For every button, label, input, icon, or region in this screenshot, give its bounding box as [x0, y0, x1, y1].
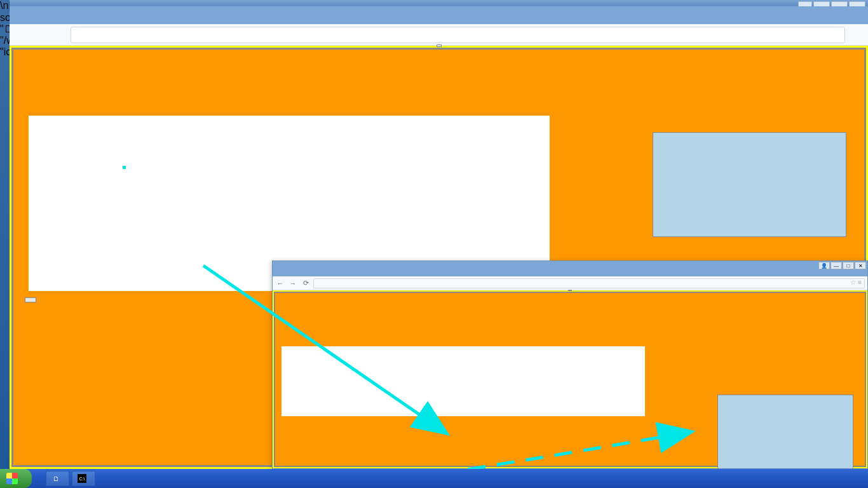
overlay-close-button[interactable]: ✕ [855, 262, 866, 269]
overlay-preview-frame [717, 395, 853, 469]
desktop-icon [1, 305, 10, 330]
overlay-page-inner [274, 292, 866, 467]
snapshot-bar [437, 44, 442, 47]
tab-bar [10, 6, 868, 24]
preview-frame [653, 132, 846, 237]
document-icon: 🗋 [51, 474, 60, 483]
taskbar: 🗋 C:\ [0, 469, 868, 488]
reload-button[interactable] [51, 27, 67, 43]
try-button[interactable] [25, 297, 36, 302]
back-button[interactable] [13, 27, 29, 43]
overlay-nav-bar: ← → ⟳ ☆ ≡ [273, 276, 867, 290]
cmd-icon: C:\ [78, 474, 86, 483]
cyan-dot [123, 166, 126, 169]
overlay-window-controls: 👤 — □ ✕ [818, 262, 866, 269]
windows-logo-icon [6, 473, 18, 484]
snapshot-select[interactable] [437, 44, 442, 47]
address-bar[interactable] [71, 27, 845, 43]
overlay-user-icon[interactable]: 👤 [818, 262, 830, 269]
taskbar-item[interactable]: C:\ [72, 471, 95, 486]
overlay-chrome-window: 👤 — □ ✕ ← → ⟳ ☆ ≡ [272, 261, 868, 469]
overlay-minimize-button[interactable]: — [831, 262, 842, 269]
overlay-reload-button[interactable]: ⟳ [301, 278, 311, 288]
overlay-snapshot-select[interactable] [568, 290, 572, 291]
taskbar-item[interactable]: 🗋 [46, 471, 69, 486]
titlebar [10, 0, 868, 6]
start-button[interactable] [0, 469, 32, 488]
forward-button[interactable] [32, 27, 48, 43]
overlay-page-body [273, 290, 867, 468]
overlay-address-bar[interactable]: ☆ ≡ [313, 278, 865, 288]
overlay-snapshot-bar [568, 290, 572, 291]
overlay-forward-button[interactable]: → [288, 278, 298, 288]
overlay-html-code-editor[interactable] [281, 346, 645, 416]
nav-bar [10, 24, 868, 46]
overlay-back-button[interactable]: ← [275, 278, 285, 288]
chrome-menu-icon[interactable] [849, 27, 864, 43]
overlay-tab-bar [273, 265, 867, 276]
overlay-maximize-button[interactable]: □ [843, 262, 854, 269]
